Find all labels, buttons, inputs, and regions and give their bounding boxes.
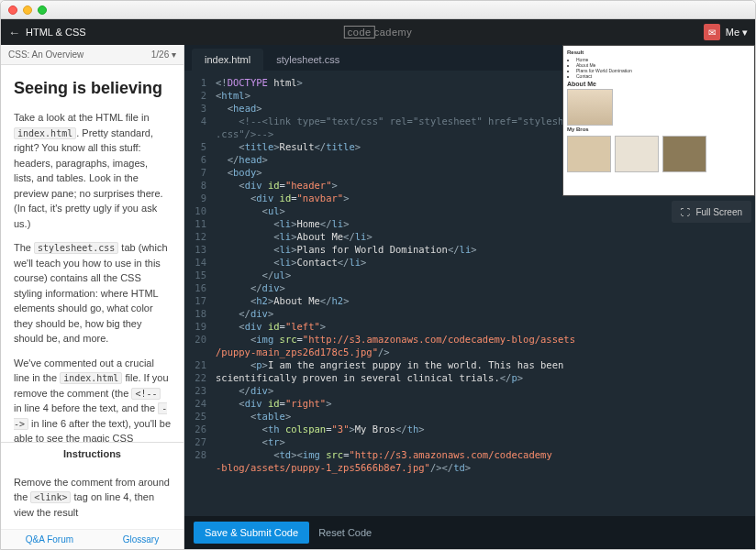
course-title: CSS: An Overview (8, 50, 83, 60)
chevron-down-icon: ▾ (742, 27, 748, 38)
lesson-p1: Take a look at the HTML file in index.ht… (14, 110, 171, 231)
line-gutter: 1234 567891011121314151617181920 2122232… (184, 71, 212, 516)
tab-index-html[interactable]: index.html (192, 49, 263, 71)
mac-titlebar (1, 1, 755, 19)
preview-panel: Result HomeAbout MePlans for World Domin… (562, 45, 755, 196)
lesson-p3: We've commented out a crucial line in th… (14, 356, 171, 442)
instructions-body: Remove the comment from around the <link… (1, 466, 183, 530)
app-root: ← HTML & CSS codecademy ✉ Me ▾ CSS: An O… (1, 19, 755, 549)
code-tag: <link> (30, 491, 71, 503)
user-menu[interactable]: Me ▾ (726, 27, 748, 38)
preview-thumb (662, 136, 706, 172)
preview-thumb (615, 136, 659, 172)
maximize-window-button[interactable] (38, 6, 47, 15)
fullscreen-button[interactable]: ⛶ Full Screen (672, 201, 751, 223)
code-tag: index.html (60, 372, 122, 384)
tab-stylesheet-css[interactable]: stylesheet.css (263, 49, 352, 71)
preview-heading: Result (567, 50, 750, 55)
notification-icon[interactable]: ✉ (704, 24, 720, 40)
lesson-heading: Seeing is believing (14, 76, 171, 101)
fullscreen-icon: ⛶ (681, 207, 690, 217)
editor-panel: index.html stylesheet.css 1234 567891011… (184, 45, 755, 549)
main-content: CSS: An Overview 1/26 ▾ Seeing is believ… (1, 45, 755, 549)
reset-code-button[interactable]: Reset Code (318, 527, 372, 538)
qa-forum-link[interactable]: Q&A Forum (26, 534, 73, 544)
code-tag: <!-- (131, 388, 161, 400)
preview-table-head: My Bros (567, 126, 589, 132)
preview-thumb (567, 136, 611, 172)
preview-nav-list: HomeAbout MePlans for World DominationCo… (567, 57, 750, 79)
top-bar: ← HTML & CSS codecademy ✉ Me ▾ (1, 19, 755, 45)
lesson-panel: CSS: An Overview 1/26 ▾ Seeing is believ… (1, 45, 184, 549)
breadcrumb[interactable]: HTML & CSS (26, 27, 86, 38)
code-tag: stylesheet.css (34, 242, 118, 254)
editor-footer: Save & Submit Code Reset Code (184, 516, 755, 549)
code-tag: index.html (14, 127, 76, 139)
lesson-footer: Q&A Forum Glossary (1, 529, 183, 549)
preview-h2: About Me (567, 81, 750, 87)
logo-left: code (344, 26, 375, 38)
logo: codecademy (344, 27, 412, 38)
lesson-body: Seeing is believing Take a look at the H… (1, 65, 183, 442)
user-menu-label: Me (726, 27, 739, 38)
logo-right: cademy (374, 27, 413, 38)
mac-window: ← HTML & CSS codecademy ✉ Me ▾ CSS: An O… (0, 0, 756, 550)
minimize-window-button[interactable] (23, 6, 32, 15)
lesson-progress[interactable]: 1/26 ▾ (151, 50, 176, 60)
progress-text: 1/26 (151, 50, 169, 60)
close-window-button[interactable] (8, 6, 17, 15)
lesson-panel-header: CSS: An Overview 1/26 ▾ (1, 45, 183, 65)
lesson-p2: The stylesheet.css tab (which we'll teac… (14, 240, 171, 346)
glossary-link[interactable]: Glossary (123, 534, 159, 544)
preview-main-image (567, 89, 613, 126)
instructions-header: Instructions (1, 442, 183, 466)
preview-body: Result HomeAbout MePlans for World Domin… (563, 46, 754, 195)
fullscreen-label: Full Screen (695, 207, 742, 217)
back-arrow-icon[interactable]: ← (8, 26, 20, 39)
save-submit-button[interactable]: Save & Submit Code (194, 522, 309, 544)
